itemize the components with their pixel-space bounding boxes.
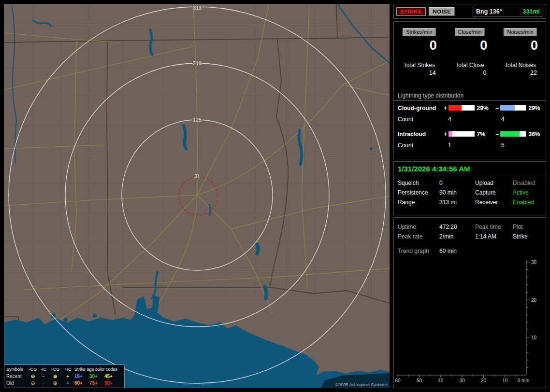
trend-graph-label: Trend graph	[398, 246, 439, 256]
x-tick-10: 10	[502, 378, 508, 383]
total-noises-value: 22	[495, 70, 546, 76]
close-per-min-badge: Close/min	[455, 28, 485, 36]
minus-sign: −	[494, 131, 500, 138]
receiver-value: Enabled	[513, 197, 546, 207]
rate-values-row: 0 0 0	[394, 39, 546, 52]
peak-rate-label: Peak rate	[398, 232, 439, 241]
cg-minus-pct: 29%	[526, 105, 546, 112]
total-strikes-label: Total Strikes	[394, 62, 445, 69]
cg-plus-bar	[449, 105, 475, 111]
strikes-per-min-value: 0	[394, 39, 445, 52]
totals-values-row: 14 0 22	[394, 70, 546, 76]
range-value: 313 mi	[439, 197, 475, 207]
datetime-display: 1/31/2026 4:34:56 AM	[394, 162, 546, 175]
trend-axes	[397, 260, 526, 375]
range-label: Range	[398, 197, 439, 207]
cg-plus-pct: 29%	[475, 105, 494, 112]
status-section: 1/31/2026 4:34:56 AM Squelch 0 Upload Di…	[393, 161, 546, 215]
side-panel: STRIKE NOISE Bng 136° 331mi Strikes/min …	[393, 4, 546, 388]
total-strikes-value: 14	[394, 70, 445, 76]
age-30: 30+	[89, 374, 104, 379]
peak-rate-value: 2/min	[439, 232, 475, 241]
x-tick-0min: 0 min	[518, 378, 529, 383]
y-major-ticks	[526, 262, 530, 337]
ic-plus-bar	[449, 131, 475, 137]
age-15: 15+	[74, 374, 89, 379]
cg-plus-count: 4	[448, 116, 501, 123]
y-minor-ticks	[526, 270, 528, 368]
receiver-label: Receiver	[475, 197, 513, 207]
ring-label-31: 31	[194, 173, 200, 179]
uptime-value: 472:20	[439, 222, 475, 232]
ring-label-125: 125	[193, 117, 202, 123]
plot-label: Plot	[513, 222, 546, 232]
age-90: 90+	[104, 380, 123, 386]
legend-col-pic: +IC	[61, 367, 74, 372]
info-row: Peak rate 2/min 1:14 AM Strike	[394, 232, 546, 241]
pos-cg-recent-icon: ⊕	[49, 374, 61, 379]
age-75: 75+	[89, 380, 104, 386]
legend-header-row: Symbols -CG -IC +CG +IC Strike age color…	[6, 366, 122, 373]
trend-graph: 30 20 10 60 50 40 30 20 10 0 min	[394, 258, 547, 388]
status-row: Range 313 mi Receiver Enabled	[394, 197, 546, 207]
ic-plus-pct: 7%	[475, 131, 494, 138]
squelch-value: 0	[439, 178, 475, 188]
ic-plus-count: 1	[448, 142, 501, 149]
ic-minus-pct: 36%	[526, 131, 546, 138]
ic-plus-bar-fill	[449, 131, 452, 137]
intracloud-row: Intracloud + 7% − 36%	[394, 130, 546, 138]
cg-minus-count: 4	[501, 116, 546, 123]
peak-time-value: 1:14 AM	[475, 232, 513, 241]
ic-minus-count: 5	[501, 142, 546, 149]
pos-ic-old-icon: +	[61, 380, 74, 386]
map-svg: 313 219 125 31	[4, 4, 390, 388]
distribution-title: Lightning type distribution	[394, 92, 546, 101]
neg-cg-old-icon: ⊖	[28, 380, 38, 386]
plus-sign: +	[442, 105, 449, 112]
legend-old-label: Old	[6, 380, 28, 386]
neg-cg-recent-icon: ⊖	[28, 374, 38, 379]
squelch-label: Squelch	[398, 178, 439, 188]
y-tick-10: 10	[531, 335, 537, 340]
pos-ic-recent-icon: +	[61, 374, 74, 379]
neg-ic-old-icon: −	[38, 380, 49, 386]
noises-per-min-value: 0	[495, 39, 546, 52]
plot-value: Strike	[513, 232, 546, 241]
ring-label-219: 219	[193, 60, 202, 66]
upload-value: Disabled	[513, 178, 546, 188]
legend-col-ncg: -CG	[28, 367, 38, 372]
upload-label: Upload	[475, 178, 513, 188]
status-rows: Squelch 0 Upload Disabled Persistence 90…	[394, 178, 546, 207]
age-60: 60+	[74, 380, 89, 386]
cg-plus-bar-fill	[449, 105, 462, 111]
cloud-ground-label: Cloud-ground	[398, 105, 442, 112]
ic-minus-bar	[500, 131, 526, 137]
persistence-value: 90 min	[439, 188, 475, 197]
x-tick-20: 20	[481, 378, 487, 383]
x-tick-60: 60	[395, 378, 401, 383]
legend-symbols-header: Symbols	[6, 367, 28, 372]
bearing-box: Bng 136° 331mi	[473, 7, 543, 16]
plus-sign: +	[442, 131, 449, 138]
minus-sign: −	[494, 105, 500, 112]
y-tick-20: 20	[531, 297, 537, 303]
status-row: Squelch 0 Upload Disabled	[394, 178, 546, 188]
peak-time-label: Peak time	[475, 222, 513, 232]
strike-button[interactable]: STRIKE	[396, 7, 426, 16]
pos-cg-old-icon: ⊕	[49, 380, 61, 386]
cg-minus-bar	[500, 105, 526, 111]
ic-count-row: Count 1 5	[394, 142, 546, 149]
noise-button[interactable]: NOISE	[429, 7, 455, 16]
x-tick-30: 30	[460, 378, 465, 383]
map-canvas[interactable]: 313 219 125 31 Symbols -CG -IC +CG +IC S…	[4, 4, 390, 388]
noises-per-min-badge: Noises/min	[504, 28, 536, 36]
copyright-text: ©2005 Astrogenic Systems	[335, 382, 388, 387]
map-legend: Symbols -CG -IC +CG +IC Strike age color…	[4, 364, 125, 388]
ring-label-313: 313	[193, 5, 202, 11]
info-section: Uptime 472:20 Peak time Plot Peak rate 2…	[393, 217, 546, 388]
legend-recent-row: Recent ⊖ − ⊕ + 15+ 30+ 45+	[6, 373, 122, 379]
totals-labels-row: Total Strikes Total Close Total Noises	[394, 62, 546, 69]
status-row: Persistence 90 min Capture Active	[394, 188, 546, 197]
legend-old-row: Old ⊖ − ⊕ + 60+ 75+ 90+	[6, 379, 122, 386]
capture-label: Capture	[475, 188, 513, 197]
